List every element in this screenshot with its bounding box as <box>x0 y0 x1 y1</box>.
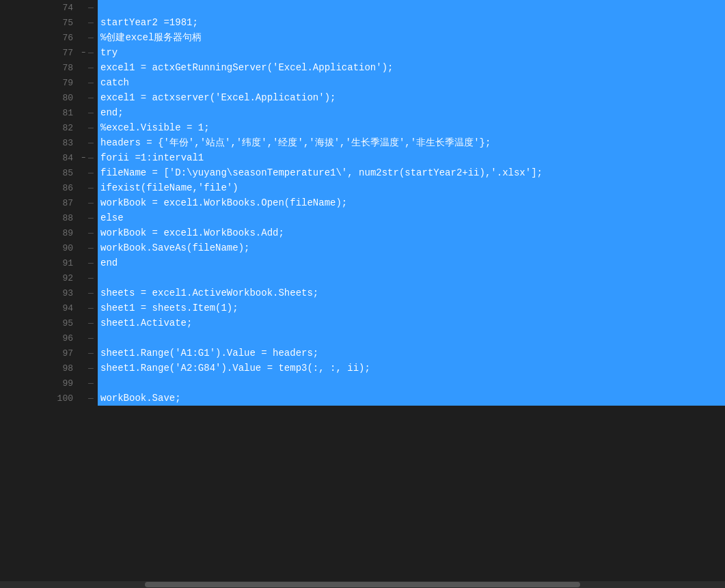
line-dash: — <box>88 255 98 270</box>
token-string: 'A1:G1' <box>175 348 215 359</box>
line-number: 98 <box>55 361 79 376</box>
line-code-content[interactable]: sheet1 = sheets.Item(1); <box>98 300 725 316</box>
code-line: 74— <box>55 0 725 15</box>
line-code-content[interactable]: startYear2 = 1981; <box>98 15 725 30</box>
line-number: 86 <box>55 180 79 195</box>
token-comment: %创建excel服务器句柄 <box>100 31 202 44</box>
line-code-content[interactable]: headers = {'年份','站点','纬度','经度','海拔','生长季… <box>98 135 725 150</box>
token-string: 'file' <box>198 182 232 193</box>
code-line: 89— workBook = excel1.WorkBooks.Add; <box>55 225 725 240</box>
token-string: 'Excel.Application' <box>215 92 325 103</box>
token-string: '纬度' <box>236 137 267 149</box>
line-number: 75 <box>55 15 79 30</box>
code-line: 96— <box>55 331 725 346</box>
token-plain: ; <box>192 17 197 28</box>
line-dash: — <box>88 361 98 376</box>
line-number: 85 <box>55 165 79 180</box>
token-string: '非生长季温度' <box>411 137 480 149</box>
line-number: 89 <box>55 225 79 240</box>
scrollbar-thumb[interactable] <box>145 582 580 587</box>
line-code-content[interactable]: sheet1.Range('A1:G1').Value = headers; <box>98 346 725 361</box>
line-dash: — <box>88 225 98 240</box>
line-code-content[interactable]: workBook.SaveAs(fileName); <box>98 240 725 255</box>
line-number: 84 <box>55 150 79 165</box>
token-plain: , <box>230 137 236 148</box>
line-code-content[interactable]: excel1 = actxserver('Excel.Application')… <box>98 90 725 105</box>
line-code-content[interactable]: end <box>98 255 725 270</box>
fold-icon <box>79 300 88 316</box>
line-code-content[interactable]: workBook = excel1.WorkBooks.Add; <box>98 225 725 240</box>
line-code-content[interactable] <box>98 376 725 391</box>
line-number: 99 <box>55 376 79 391</box>
line-dash: — <box>88 376 98 391</box>
line-code-content[interactable] <box>98 0 725 15</box>
token-number: 1 <box>221 303 226 313</box>
code-line: 85— fileName = ['D:\yuyang\seasonTempera… <box>55 165 725 180</box>
fold-icon <box>79 361 88 376</box>
line-dash: — <box>88 240 98 255</box>
line-dash: — <box>88 165 98 180</box>
line-code-content[interactable]: catch <box>98 75 725 90</box>
code-line: 75— startYear2 = 1981; <box>55 15 725 30</box>
line-number: 88 <box>55 210 79 225</box>
fold-icon <box>79 180 88 195</box>
line-code-content[interactable]: end; <box>98 105 725 120</box>
token-string: '.xlsx' <box>491 167 531 178</box>
code-line: 86— if exist(fileName, 'file') <box>55 180 725 195</box>
token-keyword: end <box>100 107 118 118</box>
line-number: 76 <box>55 30 79 45</box>
line-code-content[interactable]: sheet1.Range('A2:G84').Value = temp3(:, … <box>98 361 725 376</box>
horizontal-scrollbar[interactable] <box>0 581 725 588</box>
token-plain: workBook.Save; <box>100 393 181 404</box>
token-plain: , <box>303 137 309 148</box>
line-number: 96 <box>55 331 79 346</box>
token-keyword: if <box>100 182 112 193</box>
line-code-content[interactable]: try <box>98 45 725 60</box>
code-line: 87— workBook = excel1.WorkBooks.Open(fil… <box>55 195 725 210</box>
code-lines[interactable]: 74— 75— startYear2 = 1981;76— %创建excel服务… <box>55 0 725 581</box>
fold-icon <box>79 120 88 135</box>
line-code-content[interactable]: workBook = excel1.WorkBooks.Open(fileNam… <box>98 195 725 210</box>
token-string: 'D:\yuyang\seasonTemperature1\' <box>169 167 347 178</box>
fold-icon <box>79 376 88 391</box>
line-dash: — <box>88 135 98 150</box>
line-code-content[interactable] <box>98 270 725 285</box>
line-number: 90 <box>55 240 79 255</box>
token-plain: , <box>267 137 273 148</box>
token-plain: ).Value = temp3(:, :, ii); <box>221 363 370 374</box>
fold-icon[interactable]: − <box>79 45 88 60</box>
code-line: 95— sheet1.Activate; <box>55 316 725 331</box>
line-dash: — <box>88 270 98 285</box>
line-code-content[interactable]: %创建excel服务器句柄 <box>98 30 725 45</box>
line-code-content[interactable]: else <box>98 210 725 225</box>
token-keyword: else <box>100 212 124 223</box>
line-code-content[interactable]: sheets = excel1.ActiveWorkbook.Sheets; <box>98 285 725 300</box>
code-line: 83— headers = {'年份','站点','纬度','经度','海拔',… <box>55 135 725 150</box>
code-line: 88— else <box>55 210 725 225</box>
line-dash: — <box>88 210 98 225</box>
line-dash: — <box>88 346 98 361</box>
token-keyword: for <box>100 152 118 163</box>
line-dash: — <box>88 285 98 300</box>
token-string: '海拔' <box>309 137 340 149</box>
line-code-content[interactable] <box>98 331 725 346</box>
line-dash: — <box>88 45 98 60</box>
line-code-content[interactable]: %excel.Visible = 1; <box>98 120 725 135</box>
token-plain: sheets = excel1.ActiveWorkbook.Sheets; <box>100 288 318 298</box>
line-code-content[interactable]: excel1 = actxGetRunningServer('Excel.App… <box>98 60 725 75</box>
line-code-content[interactable]: fileName = ['D:\yuyang\seasonTemperature… <box>98 165 725 180</box>
line-dash: — <box>88 60 98 75</box>
code-line: 100— workBook.Save; <box>55 391 725 406</box>
fold-icon <box>79 165 88 180</box>
line-number: 74 <box>55 0 79 15</box>
line-code-content[interactable]: if exist(fileName, 'file') <box>98 180 725 195</box>
code-line: 92— <box>55 270 725 285</box>
line-number: 87 <box>55 195 79 210</box>
code-line: 94— sheet1 = sheets.Item(1); <box>55 300 725 316</box>
line-code-content[interactable]: workBook.Save; <box>98 391 725 406</box>
line-code-content[interactable]: sheet1.Activate; <box>98 316 725 331</box>
line-code-content[interactable]: for ii = 1:interval1 <box>98 150 725 165</box>
fold-icon <box>79 135 88 150</box>
code-line: 84−— for ii = 1:interval1 <box>55 150 725 165</box>
fold-icon[interactable]: − <box>79 150 88 165</box>
